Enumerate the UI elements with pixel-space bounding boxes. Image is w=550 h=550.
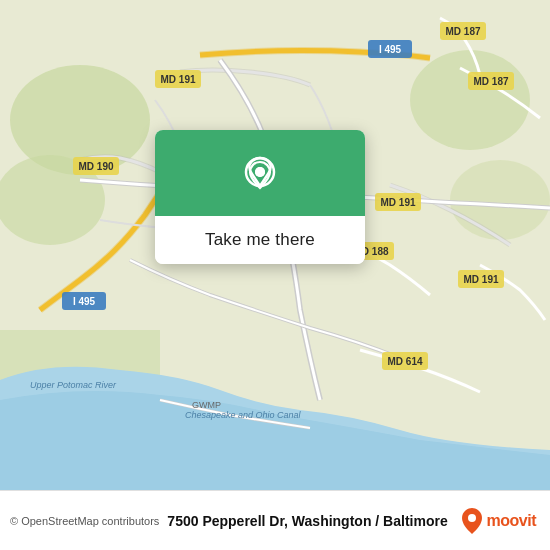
popup-card: Take me there [155,130,365,264]
svg-text:MD 191: MD 191 [380,197,415,208]
svg-point-5 [450,160,550,240]
svg-text:MD 191: MD 191 [463,274,498,285]
svg-text:MD 614: MD 614 [387,356,422,367]
address-section: 7500 Pepperell Dr, Washington / Baltimor… [159,513,460,529]
svg-text:GWMP: GWMP [192,400,221,410]
moovit-logo[interactable]: moovit [461,507,536,535]
moovit-brand-text: moovit [487,512,536,530]
svg-text:MD 190: MD 190 [78,161,113,172]
svg-text:I 495: I 495 [379,44,402,55]
take-me-there-button[interactable]: Take me there [155,216,365,264]
svg-text:Upper Potomac River: Upper Potomac River [30,380,117,390]
svg-text:MD 187: MD 187 [445,26,480,37]
map: I 495 I 495 MD 191 MD 191 MD 191 MD 187 … [0,0,550,490]
address-text: 7500 Pepperell Dr, Washington / Baltimor… [167,513,447,529]
svg-point-32 [468,514,476,522]
location-pin-icon [238,154,282,198]
svg-text:MD 191: MD 191 [160,74,195,85]
svg-text:MD 187: MD 187 [473,76,508,87]
attribution: © OpenStreetMap contributors [10,515,159,527]
svg-text:I 495: I 495 [73,296,96,307]
moovit-pin-icon [461,507,483,535]
svg-text:Chesapeake and Ohio Canal: Chesapeake and Ohio Canal [185,410,302,420]
svg-point-31 [255,167,265,177]
bottom-bar: © OpenStreetMap contributors 7500 Pepper… [0,490,550,550]
popup-green-header [155,130,365,216]
svg-point-4 [410,50,530,150]
